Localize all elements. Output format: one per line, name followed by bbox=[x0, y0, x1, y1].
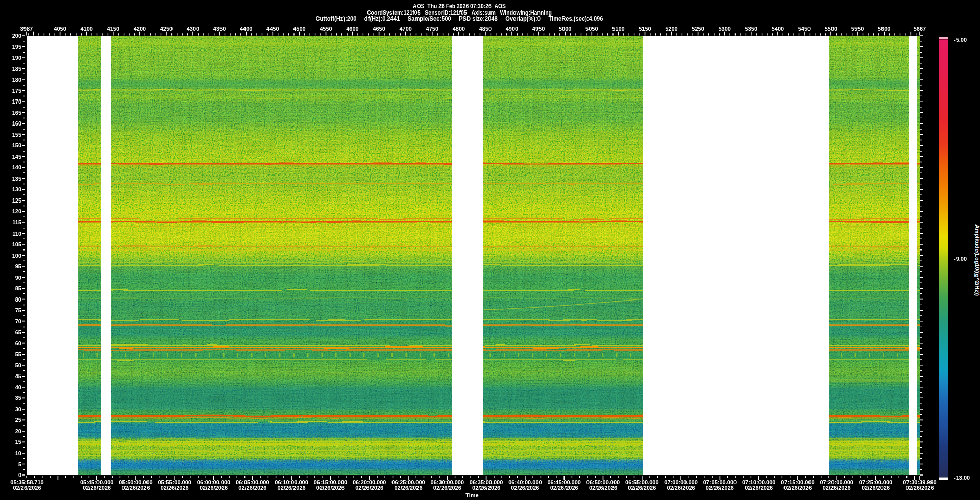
svg-text:05:45:00.000: 05:45:00.000 bbox=[80, 479, 113, 485]
svg-text:140: 140 bbox=[12, 164, 21, 170]
svg-text:145: 145 bbox=[12, 154, 21, 160]
svg-text:02/26/2026: 02/26/2026 bbox=[355, 485, 383, 491]
svg-text:02/26/2026: 02/26/2026 bbox=[200, 485, 228, 491]
svg-text:02/26/2026: 02/26/2026 bbox=[783, 485, 812, 491]
svg-text:-13.00: -13.00 bbox=[954, 474, 970, 481]
svg-text:200: 200 bbox=[12, 33, 21, 39]
svg-text:02/26/2026: 02/26/2026 bbox=[511, 485, 539, 491]
svg-text:165: 165 bbox=[12, 110, 21, 116]
svg-text:5500: 5500 bbox=[825, 26, 837, 32]
svg-text:80: 80 bbox=[15, 296, 21, 303]
svg-text:02/26/2026: 02/26/2026 bbox=[161, 485, 189, 491]
svg-text:115: 115 bbox=[12, 219, 21, 226]
svg-text:125: 125 bbox=[12, 197, 21, 204]
svg-text:07:05:00.000: 07:05:00.000 bbox=[703, 479, 737, 485]
svg-text:190: 190 bbox=[12, 55, 21, 61]
svg-text:02/26/2026: 02/26/2026 bbox=[550, 485, 578, 491]
svg-text:Cuttoff(Hz):200 df(Hz):0.2: Cuttoff(Hz):200 df(Hz):0.2441 Sample/Sec… bbox=[316, 15, 603, 22]
svg-text:02/26/2026: 02/26/2026 bbox=[433, 485, 461, 491]
svg-text:110: 110 bbox=[12, 231, 21, 237]
svg-text:4200: 4200 bbox=[134, 26, 146, 32]
svg-text:07:30:39.990: 07:30:39.990 bbox=[903, 479, 936, 485]
svg-text:4550: 4550 bbox=[320, 26, 332, 32]
svg-text:-9.00: -9.00 bbox=[954, 256, 967, 262]
svg-text:3987: 3987 bbox=[20, 26, 33, 32]
svg-text:Time: Time bbox=[465, 492, 478, 498]
svg-text:Amplitude(Log10((g^2/Hz)): Amplitude(Log10((g^2/Hz)) bbox=[974, 224, 980, 296]
svg-text:5000: 5000 bbox=[559, 26, 571, 32]
svg-text:135: 135 bbox=[12, 176, 21, 182]
svg-text:175: 175 bbox=[12, 88, 21, 94]
svg-text:5600: 5600 bbox=[878, 26, 890, 32]
svg-text:07:00:00.000: 07:00:00.000 bbox=[664, 479, 697, 485]
svg-text:35: 35 bbox=[15, 395, 21, 401]
svg-text:4050: 4050 bbox=[54, 26, 66, 32]
svg-text:4350: 4350 bbox=[213, 26, 226, 32]
svg-text:4900: 4900 bbox=[506, 26, 518, 32]
svg-text:20: 20 bbox=[15, 428, 21, 434]
svg-text:150: 150 bbox=[12, 142, 21, 148]
svg-text:55: 55 bbox=[15, 351, 21, 357]
svg-text:02/26/2026: 02/26/2026 bbox=[238, 485, 266, 491]
svg-text:4850: 4850 bbox=[479, 26, 492, 32]
svg-text:4250: 4250 bbox=[160, 26, 173, 32]
svg-text:5350: 5350 bbox=[745, 26, 757, 32]
svg-text:06:25:00.000: 06:25:00.000 bbox=[391, 479, 425, 485]
svg-text:07:10:00.000: 07:10:00.000 bbox=[742, 479, 775, 485]
svg-text:4100: 4100 bbox=[80, 26, 92, 32]
svg-text:4400: 4400 bbox=[240, 26, 252, 32]
svg-text:06:55:00.000: 06:55:00.000 bbox=[625, 479, 658, 485]
svg-text:10: 10 bbox=[15, 450, 21, 456]
svg-text:4800: 4800 bbox=[453, 26, 465, 32]
svg-text:05:55:00.000: 05:55:00.000 bbox=[158, 479, 191, 485]
svg-text:30: 30 bbox=[15, 406, 21, 412]
svg-text:155: 155 bbox=[12, 132, 21, 138]
svg-text:06:45:00.000: 06:45:00.000 bbox=[547, 479, 580, 485]
svg-text:4300: 4300 bbox=[187, 26, 199, 32]
svg-text:105: 105 bbox=[12, 241, 21, 247]
svg-text:02/26/2026: 02/26/2026 bbox=[862, 485, 890, 491]
svg-text:5100: 5100 bbox=[612, 26, 624, 32]
svg-text:50: 50 bbox=[15, 362, 21, 368]
svg-text:02/26/2026: 02/26/2026 bbox=[316, 485, 345, 491]
svg-text:75: 75 bbox=[15, 307, 21, 313]
svg-text:60: 60 bbox=[15, 340, 21, 346]
svg-text:02/26/2026: 02/26/2026 bbox=[628, 485, 656, 491]
svg-text:02/26/2026: 02/26/2026 bbox=[745, 485, 773, 491]
svg-text:185: 185 bbox=[12, 66, 21, 72]
svg-text:15: 15 bbox=[15, 439, 21, 445]
svg-text:4700: 4700 bbox=[399, 26, 411, 32]
svg-text:180: 180 bbox=[12, 77, 21, 83]
svg-text:-5.00: -5.00 bbox=[954, 37, 967, 43]
svg-text:06:30:00.000: 06:30:00.000 bbox=[431, 479, 464, 485]
svg-text:4150: 4150 bbox=[107, 26, 119, 32]
svg-text:06:40:00.000: 06:40:00.000 bbox=[508, 479, 542, 485]
svg-text:5550: 5550 bbox=[851, 26, 864, 32]
svg-text:40: 40 bbox=[15, 384, 21, 390]
svg-text:07:20:00.000: 07:20:00.000 bbox=[820, 479, 853, 485]
svg-text:5450: 5450 bbox=[798, 26, 811, 32]
svg-text:4750: 4750 bbox=[426, 26, 438, 32]
svg-text:02/26/2026: 02/26/2026 bbox=[278, 485, 306, 491]
svg-text:4500: 4500 bbox=[293, 26, 305, 32]
svg-text:07:25:00.000: 07:25:00.000 bbox=[859, 479, 892, 485]
svg-text:5200: 5200 bbox=[665, 26, 677, 32]
svg-text:130: 130 bbox=[12, 186, 21, 192]
svg-text:25: 25 bbox=[15, 417, 21, 423]
svg-text:90: 90 bbox=[15, 274, 21, 281]
svg-text:02/26/2026: 02/26/2026 bbox=[589, 485, 617, 491]
svg-text:4600: 4600 bbox=[346, 26, 358, 32]
svg-text:100: 100 bbox=[12, 253, 21, 259]
svg-text:170: 170 bbox=[12, 98, 21, 105]
svg-text:02/26/2026: 02/26/2026 bbox=[121, 485, 150, 491]
svg-text:160: 160 bbox=[12, 120, 21, 127]
svg-text:5150: 5150 bbox=[639, 26, 651, 32]
svg-text:0: 0 bbox=[18, 472, 21, 478]
svg-text:85: 85 bbox=[15, 285, 21, 291]
svg-text:5667: 5667 bbox=[914, 26, 926, 32]
svg-text:195: 195 bbox=[12, 44, 21, 50]
svg-text:02/26/2026: 02/26/2026 bbox=[472, 485, 500, 491]
svg-text:06:15:00.000: 06:15:00.000 bbox=[314, 479, 347, 485]
svg-text:70: 70 bbox=[15, 318, 21, 324]
svg-text:07:15:00.000: 07:15:00.000 bbox=[781, 479, 814, 485]
